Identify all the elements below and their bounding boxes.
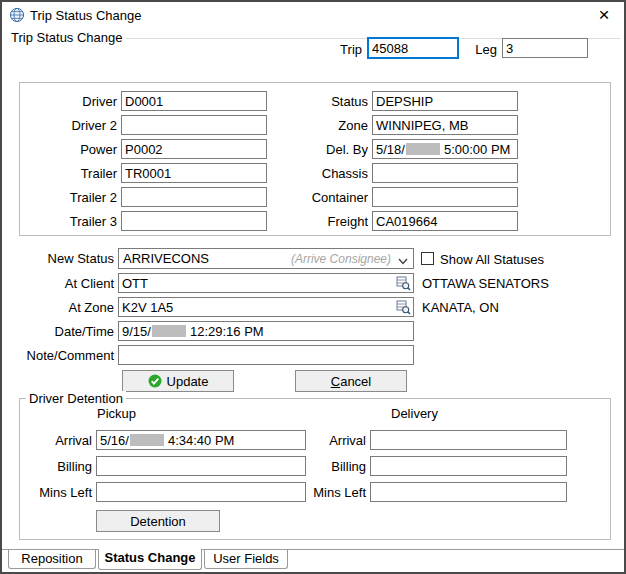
show-all-statuses-checkbox[interactable] bbox=[421, 252, 434, 265]
at-zone-label: At Zone bbox=[4, 300, 114, 315]
window-title: Trip Status Change bbox=[30, 8, 142, 23]
pickup-arrival-time-part: 4:34:40 PM bbox=[168, 433, 235, 448]
new-status-label: New Status bbox=[4, 251, 114, 266]
at-client-input[interactable]: OTT bbox=[118, 273, 414, 293]
redacted-block bbox=[152, 325, 186, 337]
delivery-mins-left-input[interactable] bbox=[370, 482, 567, 502]
del-by-input[interactable]: 5/18/5:00:00 PM bbox=[372, 139, 518, 159]
close-button[interactable]: × bbox=[590, 4, 618, 26]
redacted-block bbox=[130, 434, 164, 446]
datetime-label: Date/Time bbox=[4, 324, 114, 339]
at-zone-lookup-icon[interactable] bbox=[396, 300, 411, 315]
chassis-label: Chassis bbox=[268, 166, 368, 181]
zone-input[interactable] bbox=[372, 115, 518, 135]
new-status-hint: (Arrive Consignee) bbox=[291, 250, 391, 269]
trailer2-input[interactable] bbox=[121, 187, 267, 207]
pickup-arrival-date-part: 5/16/ bbox=[100, 433, 129, 448]
pickup-column-header: Pickup bbox=[97, 406, 136, 421]
note-comment-input[interactable] bbox=[118, 345, 414, 365]
new-status-combo[interactable]: ARRIVECONS (Arrive Consignee) bbox=[118, 248, 414, 269]
tab-status-change[interactable]: Status Change bbox=[98, 549, 202, 570]
freight-label: Freight bbox=[268, 214, 368, 229]
show-all-statuses-label: Show All Statuses bbox=[440, 252, 544, 267]
note-comment-label: Note/Comment bbox=[4, 348, 114, 363]
at-client-lookup-icon[interactable] bbox=[396, 276, 411, 291]
driver-label: Driver bbox=[17, 94, 117, 109]
pickup-mins-left-input[interactable] bbox=[96, 482, 306, 502]
datetime-input[interactable]: 9/15/12:29:16 PM bbox=[118, 321, 414, 341]
redacted-block bbox=[406, 143, 440, 155]
delivery-arrival-input[interactable] bbox=[370, 430, 567, 450]
tab-reposition[interactable]: Reposition bbox=[8, 550, 96, 569]
zone-label: Zone bbox=[268, 118, 368, 133]
at-client-label: At Client bbox=[4, 276, 114, 291]
at-zone-value: K2V 1A5 bbox=[122, 300, 173, 315]
update-button[interactable]: Update bbox=[122, 370, 234, 392]
status-label: Status bbox=[268, 94, 368, 109]
datetime-date-part: 9/15/ bbox=[122, 324, 151, 339]
tab-status-change-label: Status Change bbox=[104, 550, 195, 565]
container-input[interactable] bbox=[372, 187, 518, 207]
at-client-value: OTT bbox=[122, 276, 148, 291]
trip-status-change-window: Trip Status Change × Trip Status Change … bbox=[0, 0, 626, 574]
update-check-icon bbox=[148, 374, 162, 388]
at-client-display: OTTAWA SENATORS bbox=[422, 276, 549, 291]
delivery-column-header: Delivery bbox=[391, 406, 438, 421]
tab-reposition-label: Reposition bbox=[21, 551, 82, 566]
leg-input[interactable] bbox=[502, 38, 588, 58]
new-status-value: ARRIVECONS bbox=[123, 251, 209, 266]
cancel-label: Cancel bbox=[331, 374, 371, 389]
tab-user-fields-label: User Fields bbox=[213, 551, 279, 566]
power-label: Power bbox=[17, 142, 117, 157]
del-by-time-part: 5:00:00 PM bbox=[444, 142, 511, 157]
leg-label: Leg bbox=[439, 42, 497, 57]
datetime-time-part: 12:29:16 PM bbox=[190, 324, 264, 339]
detention-button-label: Detention bbox=[130, 514, 186, 529]
delivery-billing-label: Billing bbox=[278, 459, 366, 474]
driver-detention-group-label: Driver Detention bbox=[26, 391, 126, 406]
delivery-billing-input[interactable] bbox=[370, 456, 567, 476]
trailer2-label: Trailer 2 bbox=[17, 190, 117, 205]
delivery-mins-left-label: Mins Left bbox=[278, 485, 366, 500]
trip-label: Trip bbox=[302, 42, 362, 57]
pickup-arrival-input[interactable]: 5/16/4:34:40 PM bbox=[96, 430, 306, 450]
pickup-billing-label: Billing bbox=[4, 459, 92, 474]
detention-button[interactable]: Detention bbox=[96, 510, 220, 532]
driver2-input[interactable] bbox=[121, 115, 267, 135]
del-by-date-part: 5/18/ bbox=[376, 142, 405, 157]
chassis-input[interactable] bbox=[372, 163, 518, 183]
delivery-arrival-label: Arrival bbox=[278, 433, 366, 448]
container-label: Container bbox=[268, 190, 368, 205]
titlebar: Trip Status Change × bbox=[2, 2, 624, 29]
tab-user-fields[interactable]: User Fields bbox=[204, 550, 288, 569]
update-label: Update bbox=[167, 374, 209, 389]
trip-status-change-group-label: Trip Status Change bbox=[8, 30, 126, 45]
chevron-down-icon[interactable] bbox=[397, 253, 409, 265]
power-input[interactable] bbox=[121, 139, 267, 159]
globe-app-icon bbox=[9, 7, 25, 23]
at-zone-input[interactable]: K2V 1A5 bbox=[118, 297, 414, 317]
status-input[interactable] bbox=[372, 91, 518, 111]
pickup-arrival-label: Arrival bbox=[4, 433, 92, 448]
cancel-button[interactable]: Cancel bbox=[295, 370, 407, 392]
at-zone-display: KANATA, ON bbox=[422, 300, 499, 315]
pickup-mins-left-label: Mins Left bbox=[4, 485, 92, 500]
trailer3-input[interactable] bbox=[121, 211, 267, 231]
driver2-label: Driver 2 bbox=[17, 118, 117, 133]
trailer-label: Trailer bbox=[17, 166, 117, 181]
del-by-label: Del. By bbox=[268, 142, 368, 157]
freight-input[interactable] bbox=[372, 211, 518, 231]
driver-input[interactable] bbox=[121, 91, 267, 111]
trailer3-label: Trailer 3 bbox=[17, 214, 117, 229]
pickup-billing-input[interactable] bbox=[96, 456, 306, 476]
trailer-input[interactable] bbox=[121, 163, 267, 183]
